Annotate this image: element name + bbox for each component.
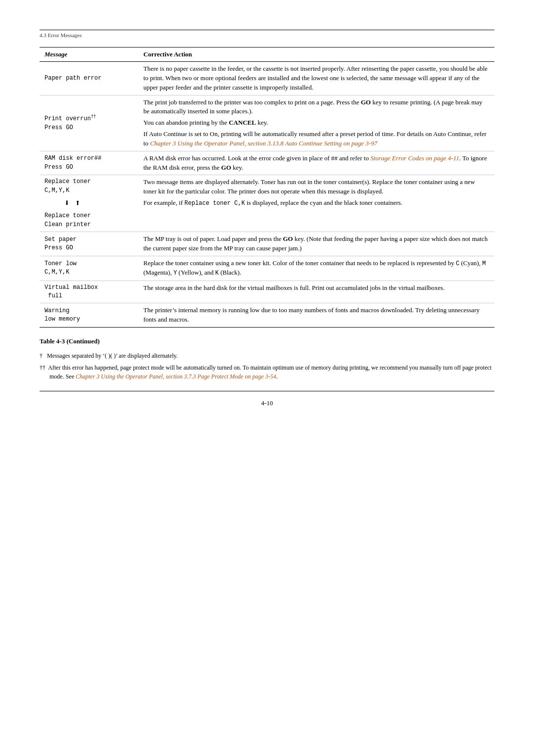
table-row: Set paperPress GO The MP tray is out of … bbox=[40, 232, 494, 256]
table-row: Replace tonerC,M,Y,K ⬇ ⬆ Replace tonerCl… bbox=[40, 175, 494, 232]
section-header: 4.3 Error Messages bbox=[40, 32, 494, 38]
table-row: Paper path error There is no paper casse… bbox=[40, 62, 494, 95]
page: 4.3 Error Messages Message Corrective Ac… bbox=[0, 0, 534, 756]
bottom-rule bbox=[40, 391, 494, 391]
action-paper-path-error: There is no paper cassette in the feeder… bbox=[138, 62, 494, 95]
table-row: RAM disk error##Press GO A RAM disk erro… bbox=[40, 151, 494, 175]
col-header-action: Corrective Action bbox=[138, 47, 494, 62]
msg-warning-low-memory: Warninglow memory bbox=[40, 303, 138, 328]
msg-ram-disk-error: RAM disk error##Press GO bbox=[40, 151, 138, 175]
msg-print-overrun: Print overrun††Press GO bbox=[40, 95, 138, 151]
table-row: Virtual mailbox full The storage area in… bbox=[40, 281, 494, 303]
action-replace-toner: Two message items are displayed alternat… bbox=[138, 175, 494, 232]
action-warning-low-memory: The printer’s internal memory is running… bbox=[138, 303, 494, 328]
table-row: Print overrun††Press GO The print job tr… bbox=[40, 95, 494, 151]
table-bottom-rule bbox=[40, 328, 494, 328]
top-rule bbox=[40, 30, 494, 30]
arrows-icon: ⬇ ⬆ bbox=[64, 197, 134, 210]
action-ram-disk-error: A RAM disk error has occurred. Look at t… bbox=[138, 151, 494, 175]
msg-set-paper: Set paperPress GO bbox=[40, 232, 138, 256]
action-toner-low: Replace the toner container using a new … bbox=[138, 256, 494, 281]
msg-replace-toner: Replace tonerC,M,Y,K ⬇ ⬆ Replace tonerCl… bbox=[40, 175, 138, 232]
action-print-overrun: The print job transferred to the printer… bbox=[138, 95, 494, 151]
error-messages-table: Message Corrective Action Paper path err… bbox=[40, 47, 494, 328]
action-virtual-mailbox-full: The storage area in the hard disk for th… bbox=[138, 281, 494, 303]
footnotes: † Messages separated by ‘( )( )’ are dis… bbox=[40, 351, 494, 381]
msg-toner-low: Toner lowC,M,Y,K bbox=[40, 256, 138, 281]
footnote-1: † Messages separated by ‘( )( )’ are dis… bbox=[40, 351, 494, 360]
footnote-2: †† After this error has happened, page p… bbox=[40, 363, 494, 381]
table-caption: Table 4-3 (Continued) bbox=[40, 337, 494, 345]
action-set-paper: The MP tray is out of paper. Load paper … bbox=[138, 232, 494, 256]
msg-paper-path-error: Paper path error bbox=[40, 62, 138, 95]
page-number: 4-10 bbox=[40, 399, 494, 407]
col-header-message: Message bbox=[40, 47, 138, 62]
table-row: Toner lowC,M,Y,K Replace the toner conta… bbox=[40, 256, 494, 281]
msg-virtual-mailbox-full: Virtual mailbox full bbox=[40, 281, 138, 303]
table-row: Warninglow memory The printer’s internal… bbox=[40, 303, 494, 328]
